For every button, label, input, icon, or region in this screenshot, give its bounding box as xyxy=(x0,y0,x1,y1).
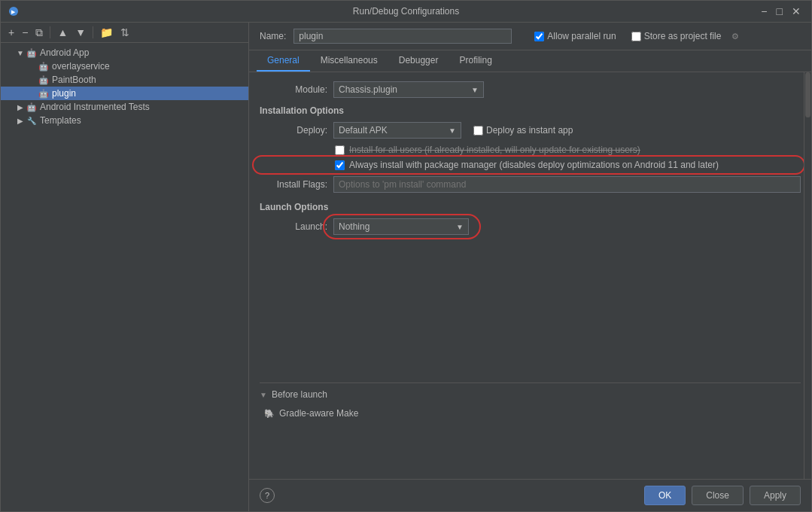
launch-options-section: Launch Options xyxy=(260,202,801,212)
left-toolbar: + − ⧉ ▲ ▼ 📁 ⇅ xyxy=(1,23,248,43)
chevron-down-icon: ▼ xyxy=(471,86,479,94)
module-row: Module: Chassis.plugin ▼ xyxy=(260,81,801,98)
install-flags-row: Install Flags: xyxy=(260,176,801,193)
parallel-run-label: Allow parallel run xyxy=(534,31,616,41)
spacer xyxy=(260,241,801,376)
store-label: Store as project file xyxy=(631,31,722,41)
launch-dropdown[interactable]: Nothing ▼ xyxy=(333,218,469,235)
separator xyxy=(50,26,50,38)
title-bar-controls: − □ ✕ xyxy=(758,5,804,17)
scrollbar-thumb[interactable] xyxy=(805,72,810,117)
tree-plugin[interactable]: 🤖 plugin xyxy=(1,87,248,100)
templates-label: Templates xyxy=(40,115,81,126)
deploy-label: Deploy: xyxy=(260,125,327,136)
name-input[interactable] xyxy=(293,29,512,44)
wrench-icon: 🔧 xyxy=(26,115,37,126)
install-flags-label: Install Flags: xyxy=(260,179,327,190)
before-launch-header: ▼ Before launch xyxy=(260,389,801,400)
tab-debugger[interactable]: Debugger xyxy=(388,50,449,72)
right-header: Name: Allow parallel run Store as projec… xyxy=(249,23,811,50)
maximize-button[interactable]: □ xyxy=(774,5,786,17)
always-install-label: Always install with package manager (dis… xyxy=(349,160,719,170)
folder-button[interactable]: 📁 xyxy=(97,26,116,39)
launch-value: Nothing xyxy=(339,221,370,232)
deploy-row: Deploy: Default APK ▼ Deploy as instant … xyxy=(260,122,801,139)
gear-icon[interactable]: ⚙ xyxy=(731,32,739,41)
chevron-down-icon-2: ▼ xyxy=(449,126,456,135)
close-button[interactable]: Close xyxy=(692,486,744,505)
bottom-bar: ? OK Close Apply xyxy=(249,479,811,511)
dialog-title: Run/Debug Configurations xyxy=(353,6,459,17)
launch-label: Launch: xyxy=(260,221,327,232)
content-area: + − ⧉ ▲ ▼ 📁 ⇅ ▼ 🤖 Android App � xyxy=(1,23,811,511)
tree-overlayservice[interactable]: 🤖 overlayservice xyxy=(1,59,248,73)
install-all-users-label: Install for all users (if already instal… xyxy=(349,145,640,155)
install-all-users-checkbox[interactable] xyxy=(335,145,345,155)
always-install-checkbox[interactable] xyxy=(335,160,345,170)
minimize-button[interactable]: − xyxy=(758,5,770,17)
tab-profiling[interactable]: Profiling xyxy=(449,50,502,72)
instant-app-label: Deploy as instant app xyxy=(486,125,573,136)
install-flags-input[interactable] xyxy=(333,176,801,193)
deploy-dropdown[interactable]: Default APK ▼ xyxy=(333,122,461,139)
tree-paintbooth[interactable]: 🤖 PaintBooth xyxy=(1,73,248,87)
android-icon-3: 🤖 xyxy=(38,75,49,85)
main-scroll: Module: Chassis.plugin ▼ Installation Op… xyxy=(249,72,811,479)
sort-button[interactable]: ⇅ xyxy=(117,26,132,39)
gradle-make-item: 🐘 Gradle-aware Make xyxy=(260,406,801,421)
add-configuration-button[interactable]: + xyxy=(5,26,17,39)
chevron-down-icon-3: ▼ xyxy=(456,223,464,231)
launch-row: Launch: Nothing ▼ xyxy=(260,218,801,235)
android-icon-5: 🤖 xyxy=(26,102,37,112)
move-down-button[interactable]: ▼ xyxy=(72,26,89,39)
android-app-label: Android App xyxy=(40,47,89,58)
tree-android-tests[interactable]: ▶ 🤖 Android Instrumented Tests xyxy=(1,100,248,114)
module-value: Chassis.plugin xyxy=(339,84,397,95)
gradle-make-label: Gradle-aware Make xyxy=(279,408,358,419)
tab-general[interactable]: General xyxy=(257,50,310,72)
separator-2 xyxy=(93,26,93,38)
instant-app-checkbox[interactable] xyxy=(473,126,483,136)
module-dropdown[interactable]: Chassis.plugin ▼ xyxy=(333,81,484,98)
android-tests-label: Android Instrumented Tests xyxy=(40,102,150,112)
run-debug-dialog: ▶ Run/Debug Configurations − □ ✕ + − ⧉ ▲… xyxy=(0,0,812,512)
before-launch-label: Before launch xyxy=(272,389,327,400)
installation-options-section: Installation Options xyxy=(260,105,801,116)
copy-configuration-button[interactable]: ⧉ xyxy=(32,26,46,39)
ok-button[interactable]: OK xyxy=(644,486,686,505)
help-button[interactable]: ? xyxy=(260,488,275,503)
main-content: Module: Chassis.plugin ▼ Installation Op… xyxy=(249,72,811,430)
apply-button[interactable]: Apply xyxy=(750,486,801,505)
store-checkbox[interactable] xyxy=(631,32,641,41)
leaf-spacer-3 xyxy=(28,89,37,98)
scrollbar-track xyxy=(804,72,811,479)
left-panel: + − ⧉ ▲ ▼ 📁 ⇅ ▼ 🤖 Android App � xyxy=(1,23,249,511)
deploy-value: Default APK xyxy=(339,125,388,136)
app-icon: ▶ xyxy=(8,6,19,17)
android-icon: 🤖 xyxy=(26,47,37,58)
android-icon-2: 🤖 xyxy=(38,61,49,72)
collapse-arrow: ▼ xyxy=(16,48,25,57)
title-bar-left: ▶ xyxy=(8,6,19,17)
right-panel: Name: Allow parallel run Store as projec… xyxy=(249,23,811,511)
remove-configuration-button[interactable]: − xyxy=(19,26,31,39)
gradle-icon: 🐘 xyxy=(264,409,275,419)
before-launch-section: ▼ Before launch 🐘 Gradle-aware Make xyxy=(260,382,801,421)
tree-templates[interactable]: ▶ 🔧 Templates xyxy=(1,114,248,127)
tree-android-app[interactable]: ▼ 🤖 Android App xyxy=(1,46,248,59)
installation-options-label: Installation Options xyxy=(260,105,344,116)
tab-miscellaneous[interactable]: Miscellaneous xyxy=(310,50,388,72)
name-label: Name: xyxy=(260,31,286,41)
collapse-icon[interactable]: ▼ xyxy=(260,391,267,399)
paintbooth-label: PaintBooth xyxy=(52,75,96,85)
move-up-button[interactable]: ▲ xyxy=(54,26,71,39)
bottom-left: ? xyxy=(260,488,275,503)
expand-arrow: ▶ xyxy=(16,102,25,111)
leaf-spacer-2 xyxy=(28,75,37,84)
always-install-row: Always install with package manager (dis… xyxy=(260,160,801,170)
close-window-button[interactable]: ✕ xyxy=(789,5,804,17)
title-bar: ▶ Run/Debug Configurations − □ ✕ xyxy=(1,1,811,23)
parallel-run-checkbox[interactable] xyxy=(534,32,544,41)
expand-arrow-2: ▶ xyxy=(16,116,25,125)
tree-area: ▼ 🤖 Android App 🤖 overlayservice 🤖 Paint… xyxy=(1,43,248,511)
